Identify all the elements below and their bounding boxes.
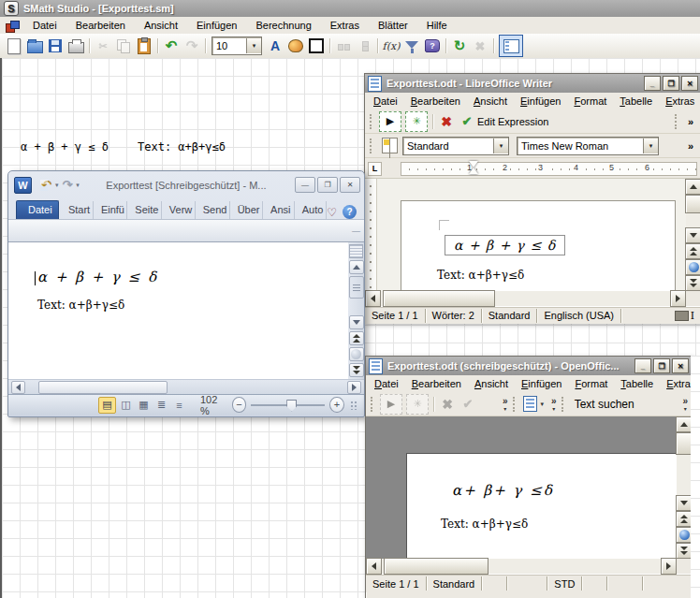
chevron-down-icon[interactable]: ▾ bbox=[493, 139, 508, 153]
toolbar-grip[interactable] bbox=[371, 397, 375, 412]
toolbar-overflow-button[interactable]: »▾ bbox=[682, 397, 688, 412]
ooo-menu-datei[interactable]: Datei bbox=[368, 376, 405, 391]
tab-ansicht[interactable]: Ansi bbox=[263, 201, 295, 219]
chevron-down-icon[interactable]: ▾ bbox=[246, 38, 261, 53]
open-file-icon[interactable] bbox=[25, 36, 44, 55]
zoom-slider-thumb[interactable] bbox=[286, 400, 297, 412]
ooo-horizontal-scrollbar[interactable] bbox=[366, 559, 677, 574]
writer-vertical-ruler[interactable] bbox=[365, 179, 377, 291]
previous-page-icon[interactable] bbox=[676, 511, 692, 527]
scroll-up-icon[interactable] bbox=[685, 179, 700, 195]
insert-asterisk-icon[interactable]: ✳ bbox=[405, 111, 428, 132]
ooo-menu-tabelle[interactable]: Tabelle bbox=[614, 376, 660, 391]
chevron-down-icon[interactable]: ▾ bbox=[541, 401, 545, 408]
smath-math-region[interactable]: α + β + γ ≤ δ bbox=[21, 140, 109, 153]
scrollbar-thumb[interactable] bbox=[384, 558, 489, 575]
styles-icon[interactable] bbox=[382, 138, 398, 153]
scroll-down-icon[interactable] bbox=[685, 227, 700, 243]
fullscreen-reading-view-icon[interactable]: ◫ bbox=[118, 398, 134, 413]
edit-expression-label[interactable]: Edit Expression bbox=[477, 116, 548, 127]
close-button[interactable]: ✕ bbox=[681, 76, 698, 91]
redo-icon[interactable]: ↷ bbox=[182, 36, 201, 55]
status-selection-mode[interactable]: STD bbox=[547, 576, 582, 591]
tab-start[interactable]: Start bbox=[61, 201, 94, 219]
collapsed-ribbon[interactable]: — bbox=[8, 219, 364, 242]
find-text-field[interactable]: Text suchen bbox=[569, 398, 640, 411]
tab-verweise[interactable]: Verw bbox=[162, 201, 196, 219]
ooo-titlebar[interactable]: Exporttest.odt (schreibgeschützt) - Open… bbox=[366, 357, 692, 375]
smath-menu-hilfe[interactable]: Hilfe bbox=[417, 18, 457, 33]
chevron-down-icon[interactable]: ▾ bbox=[643, 139, 658, 153]
font-size-combo[interactable]: 10 ▾ bbox=[211, 36, 262, 55]
toolbar-overflow-button[interactable]: » bbox=[682, 116, 699, 127]
document-child-icon[interactable] bbox=[6, 21, 18, 31]
navigation-icon[interactable] bbox=[685, 259, 700, 275]
heart-icon[interactable]: ♡ bbox=[327, 206, 337, 219]
writer-menu-format[interactable]: Format bbox=[567, 94, 613, 109]
redo-icon[interactable]: ↷ bbox=[62, 178, 72, 192]
writer-menu-tabelle[interactable]: Tabelle bbox=[613, 94, 659, 109]
smath-titlebar[interactable]: S SMath Studio - [Exporttest.sm] bbox=[0, 0, 700, 17]
word-formula[interactable]: α + β + γ ≤ δ bbox=[37, 269, 158, 285]
status-style[interactable]: Standard bbox=[482, 309, 538, 323]
align-vertical-icon[interactable] bbox=[355, 36, 373, 55]
paragraph-style-combo[interactable]: Standard ▾ bbox=[402, 137, 509, 155]
border-icon[interactable] bbox=[307, 36, 326, 55]
font-name-combo[interactable]: Times New Roman ▾ bbox=[517, 137, 659, 155]
scroll-up-icon[interactable] bbox=[349, 260, 364, 274]
close-button[interactable]: ✕ bbox=[340, 177, 360, 193]
copy-icon[interactable] bbox=[114, 36, 133, 55]
writer-menu-datei[interactable]: Datei bbox=[367, 94, 404, 109]
scroll-right-icon[interactable] bbox=[670, 290, 686, 307]
word-text-line[interactable]: Text: α+β+γ≤δ bbox=[37, 299, 124, 312]
ooo-vertical-scrollbar[interactable] bbox=[677, 416, 692, 559]
insert-expression-icon[interactable]: ▶ bbox=[380, 394, 402, 415]
writer-titlebar[interactable]: Exporttest.odt - LibreOffice Writer _ ❐ … bbox=[365, 74, 700, 93]
recalculate-icon[interactable]: ↻ bbox=[450, 36, 469, 55]
toolbar-overflow-button[interactable]: » bbox=[682, 140, 699, 152]
writer-horizontal-scrollbar[interactable] bbox=[365, 291, 686, 306]
writer-text-line[interactable]: Text: α+β+γ≤δ bbox=[437, 269, 524, 282]
tab-auto[interactable]: Auto bbox=[295, 201, 328, 219]
status-page[interactable]: Seite 1 / 1 bbox=[366, 576, 427, 591]
scroll-right-icon[interactable] bbox=[347, 381, 361, 394]
undo-dropdown-icon[interactable]: ▾ bbox=[55, 182, 59, 189]
next-page-icon[interactable] bbox=[685, 275, 700, 291]
ooo-page[interactable]: α+ β+ γ ≤δ Text: α+β+γ≤δ bbox=[406, 453, 679, 559]
stop-icon[interactable]: ✖ bbox=[471, 36, 489, 55]
maximize-button[interactable]: ❐ bbox=[653, 358, 670, 373]
ooo-menu-ansicht[interactable]: Ansicht bbox=[468, 376, 515, 391]
outline-view-icon[interactable]: ≣ bbox=[153, 398, 169, 413]
status-style[interactable]: Standard bbox=[427, 576, 483, 591]
font-color-icon[interactable]: A bbox=[266, 36, 284, 55]
word-horizontal-scrollbar[interactable] bbox=[8, 379, 364, 394]
minimize-button[interactable]: _ bbox=[644, 76, 661, 91]
tab-datei[interactable]: Datei bbox=[16, 200, 59, 219]
minimize-button[interactable]: — bbox=[295, 177, 315, 193]
toolbar-overflow-button[interactable]: »▾ bbox=[551, 397, 557, 412]
reference-book-icon[interactable]: ? bbox=[423, 36, 442, 55]
scrollbar-thumb[interactable] bbox=[676, 432, 692, 455]
tab-ueberpruefen[interactable]: Über bbox=[230, 201, 263, 219]
scroll-left-icon[interactable] bbox=[365, 290, 381, 307]
weblayout-view-icon[interactable]: ▦ bbox=[136, 398, 152, 413]
ooo-menu-einfuegen[interactable]: Einfügen bbox=[515, 376, 568, 391]
scroll-down-icon[interactable] bbox=[676, 495, 692, 511]
indent-marker[interactable] bbox=[469, 161, 478, 174]
writer-vertical-scrollbar[interactable] bbox=[686, 179, 700, 291]
writer-document-area[interactable]: α + β + γ ≤ δ Text: α+β+γ≤δ bbox=[365, 179, 700, 291]
zoom-out-button[interactable]: − bbox=[232, 397, 247, 413]
smath-menu-datei[interactable]: Datei bbox=[23, 18, 66, 33]
apply-expression-icon[interactable]: ✔ bbox=[459, 395, 477, 414]
next-object-icon[interactable] bbox=[349, 363, 364, 377]
navigation-icon[interactable] bbox=[676, 527, 692, 543]
scrollbar-thumb[interactable] bbox=[38, 381, 168, 394]
word-logo-icon[interactable]: W bbox=[14, 177, 32, 194]
scroll-up-icon[interactable] bbox=[676, 416, 692, 432]
scroll-left-icon[interactable] bbox=[11, 381, 25, 394]
print-layout-view-icon[interactable]: ▤ bbox=[98, 397, 116, 414]
word-vertical-scrollbar[interactable] bbox=[348, 242, 364, 379]
smath-menu-bearbeiten[interactable]: Bearbeiten bbox=[66, 18, 135, 33]
writer-menu-ansicht[interactable]: Ansicht bbox=[467, 94, 514, 109]
word-document-area[interactable]: α + β + γ ≤ δ Text: α+β+γ≤δ bbox=[8, 242, 364, 379]
